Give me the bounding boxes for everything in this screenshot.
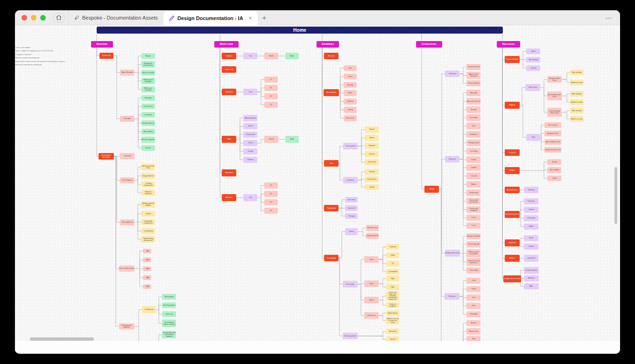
cp-p-path[interactable]: Path [466, 303, 480, 309]
ov-shared-value[interactable]: Building for shared value [141, 61, 155, 68]
rs-y2-submit[interactable]: Submit an issue [570, 99, 584, 105]
ov-y-figma[interactable]: Figma & resources [141, 190, 155, 196]
rs-chat[interactable]: Chat [526, 134, 540, 141]
gl-cs-brand[interactable]: Brand [365, 126, 379, 133]
rs-t-forms[interactable]: Forms [524, 244, 538, 250]
cp-o-charts-overview[interactable]: Charts overview [466, 64, 480, 70]
whiteboard-canvas[interactable]: HomeOverviewWhat's newGuidelinesComponen… [15, 25, 620, 354]
rs-d-ui-designs[interactable]: UI designs [524, 215, 538, 221]
ov-not-included[interactable]: What's not included [141, 86, 155, 92]
ov-consistency[interactable]: Consistency [141, 104, 155, 109]
rs-checklist[interactable]: Project checklist [505, 56, 520, 63]
gl-gr-focal[interactable]: Focal points [365, 176, 379, 182]
rs-d-keynotes[interactable]: Keynotes [524, 198, 538, 204]
cp-m-buttons[interactable]: Buttons [466, 320, 480, 326]
gl-color[interactable]: Color [324, 160, 339, 167]
ov-y-contributing[interactable]: Contributing [141, 228, 155, 234]
gl-u-sizes[interactable]: Sizes [364, 280, 379, 287]
cp-p-circle[interactable]: Circle [466, 278, 480, 284]
gl-u-states[interactable]: States [364, 297, 379, 303]
wn-r-q1[interactable]: Q1 [264, 77, 278, 83]
ov-engineers[interactable]: For engineers [120, 219, 134, 225]
ov-durability[interactable]: Durability [141, 112, 155, 118]
gl-st-feedback[interactable]: State of feedback [386, 302, 399, 308]
wn-newsletter[interactable]: Newsletter [222, 169, 236, 176]
rs-d-slides[interactable]: Slides [524, 224, 538, 230]
cp-e-donut[interactable]: Donut plot [466, 114, 480, 121]
rs-ds-systems[interactable]: Design systems [524, 267, 539, 274]
gl-gr-tokens[interactable]: Tokens [365, 184, 379, 190]
cp-e-scatter[interactable]: Scatter plot [466, 189, 480, 196]
wn-updates[interactable]: Updates [222, 53, 236, 59]
zoom-window-button[interactable] [40, 15, 46, 21]
wn-roadmap[interactable]: Roadmap [222, 89, 236, 95]
gl-naming[interactable]: Naming system [343, 333, 358, 339]
ov-tba-5[interactable]: TBA [143, 284, 151, 289]
ov-y-bundle[interactable]: Working with the bundle [141, 201, 155, 208]
gl-a-motor[interactable]: Motor [344, 90, 357, 96]
rs-d-outlines[interactable]: Outlines [524, 207, 538, 213]
wn-a-q1[interactable]: Q1 [264, 182, 278, 189]
ov-g-decide[interactable]: Decide/align who will lead the adoption [162, 331, 176, 338]
horizontal-scrollbar[interactable] [30, 337, 94, 341]
rs-logo-block[interactable]: Logo block [524, 255, 538, 262]
ov-g-new-product[interactable]: New product [162, 294, 176, 300]
wn-a-year[interactable]: Year [243, 194, 257, 201]
wn-r-q4[interactable]: Q4 [264, 102, 278, 108]
cp-e-insert-flag[interactable]: Insert flag [466, 148, 480, 154]
gl-a-hearing[interactable]: Hearing [344, 82, 357, 88]
wn-r-q3[interactable]: Q3 [264, 93, 278, 99]
ov-y-uikit[interactable]: Working with the UI kit [141, 164, 155, 170]
wn-b-brand[interactable]: Brand [243, 123, 257, 129]
cp-b-standards[interactable]: Design standards [466, 233, 480, 239]
wn-a-q3[interactable]: Q3 [264, 199, 278, 205]
cp-e-marker[interactable]: Marker [466, 181, 480, 188]
gl-typography[interactable]: Typography [324, 205, 339, 211]
gl-a-resources[interactable]: Resources [344, 115, 357, 121]
rs-y1-submit[interactable]: Submit an issue [570, 80, 584, 85]
gl-cs-neutrals[interactable]: Neutrals [365, 143, 379, 149]
ov-y-install[interactable]: Install [141, 211, 155, 217]
wn-b-patterns[interactable]: Patterns [243, 157, 257, 163]
gl-ty-filled[interactable]: Filled [386, 252, 399, 258]
rs-best-practices[interactable]: Best practices [505, 187, 520, 193]
cp-e-scatter-bench[interactable]: Scatter plot benchmark [466, 198, 480, 204]
gl-gradients[interactable]: Gradients [343, 177, 358, 183]
gl-cs-interaction[interactable]: Interaction [365, 159, 379, 165]
cp-charts[interactable]: Charts [424, 186, 439, 193]
gl-a-cognitive[interactable]: Cognitive [344, 98, 357, 105]
rs-plugins[interactable]: Plugins [505, 167, 520, 174]
rs-oh-content[interactable]: Content design office hours [547, 108, 562, 117]
ov-tba-3[interactable]: TBA [143, 266, 151, 271]
ov-overview[interactable]: Overview [120, 153, 134, 159]
rs-ch-bespoke[interactable]: Bespoke check [544, 131, 561, 136]
ov-mission[interactable]: Mission [141, 53, 155, 59]
tab-design-documentation-ia[interactable]: Design Documentation - IA × [163, 11, 258, 25]
gl-rs-request[interactable]: Request an icon or report an issue [386, 317, 399, 324]
cp-e-guidelines[interactable]: Guidelines [466, 131, 480, 138]
ov-g-team-size[interactable]: Team size [162, 311, 176, 317]
home[interactable]: Home [97, 27, 503, 34]
wn-blog[interactable]: Blog [222, 136, 236, 143]
gl-u-resources[interactable]: Resources [364, 312, 379, 319]
cp-p-group[interactable]: Group [466, 286, 480, 292]
ov-reading[interactable]: Reading this document [99, 153, 114, 160]
gl-t-typescale[interactable]: Typescale [345, 205, 358, 211]
cp-e-xaxis[interactable]: X axis [466, 215, 480, 221]
rs-c-roles[interactable]: Roles [526, 49, 540, 54]
wn-r-year[interactable]: Year [243, 89, 257, 95]
ov-designers[interactable]: For designers [120, 177, 134, 183]
wn-archives[interactable]: Archives [222, 194, 236, 201]
rs-decks[interactable]: Presentation decks [505, 211, 520, 218]
sec-components[interactable]: Components [416, 41, 442, 48]
gl-cs-status[interactable]: Status [365, 135, 379, 141]
wn-b-month[interactable]: Month [264, 136, 278, 143]
gl-sz-16[interactable]: 16px [386, 276, 399, 281]
cp-e-layout[interactable]: Layout [466, 156, 480, 163]
rs-p-design[interactable]: Design [547, 159, 561, 165]
gl-ty-customized[interactable]: Customized [386, 269, 399, 274]
ov-tba-2[interactable]: TBA [143, 258, 151, 262]
ov-pa-intro[interactable]: Introduction [142, 306, 156, 313]
ov-tba-4[interactable]: TBA [143, 275, 151, 280]
rs-outreach[interactable]: Outreach [505, 149, 520, 156]
